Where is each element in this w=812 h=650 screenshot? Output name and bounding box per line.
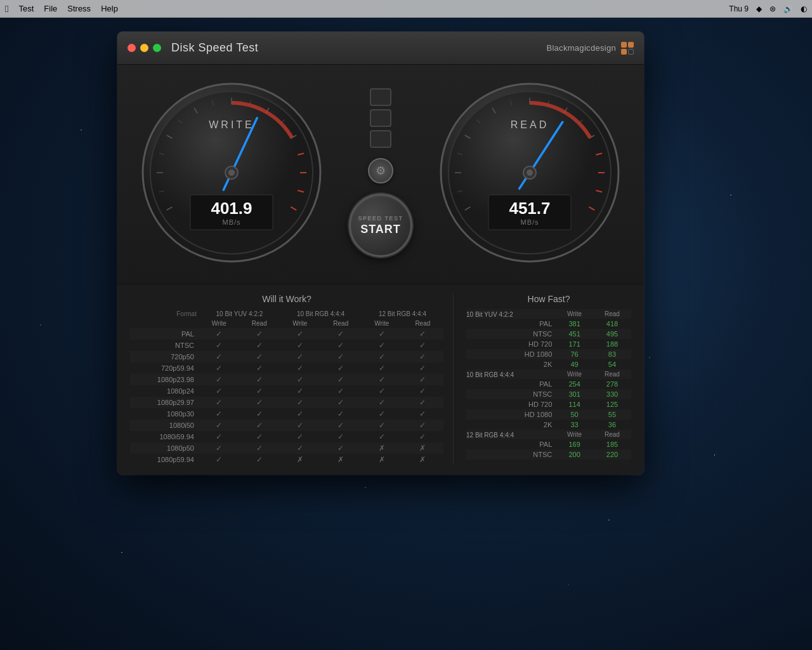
fast-write-value: 33 (556, 420, 593, 430)
svg-text:451.7: 451.7 (509, 199, 550, 218)
brand-logo: Blackmagicdesign (546, 42, 634, 55)
check-cell: ✓ (239, 408, 280, 420)
fast-write-value: 254 (556, 379, 593, 389)
check-cell: ✓ (402, 340, 443, 351)
fast-write-value: 171 (556, 339, 593, 349)
check-cell: ✓ (199, 328, 239, 340)
start-button-top-label: SPEED TEST (358, 215, 403, 222)
check-cell: ✓ (320, 397, 362, 408)
fast-write-value: 381 (556, 319, 593, 329)
read-gauge: READ 451.7 MB/s (435, 77, 625, 268)
check-cell: ✓ (199, 454, 239, 465)
menubar-help[interactable]: Help (101, 4, 118, 13)
check-cell: ✓ (280, 397, 320, 408)
check-cell: ✓ (320, 385, 362, 397)
menubar-stress[interactable]: Stress (67, 4, 91, 13)
fast-write-value: 200 (556, 449, 593, 460)
check-cell: ✓ (362, 351, 402, 362)
check-cell: ✓ (402, 351, 443, 362)
fast-data-row: HD 1080 50 55 (466, 409, 631, 420)
check-cell: ✓ (280, 362, 320, 374)
fast-group-header: 10 Bit YUV 4:2:2 Write Read (466, 309, 631, 319)
maximize-button[interactable] (153, 44, 161, 52)
check-cell: ✓ (239, 420, 280, 431)
table-row: 1080i50✓✓✓✓✓✓ (130, 420, 443, 431)
check-cell: ✓ (199, 442, 239, 454)
fast-row-label: HD 720 (466, 339, 556, 349)
fast-read-value: 418 (593, 319, 631, 329)
format-box-1[interactable] (370, 88, 391, 106)
check-cell: ✓ (402, 420, 443, 431)
fast-data-row: PAL 381 418 (466, 319, 631, 329)
how-fast-table: 10 Bit YUV 4:2:2 Write Read PAL 381 418 … (466, 309, 631, 460)
check-cell: ✓ (362, 420, 402, 431)
check-cell: ✓ (280, 442, 320, 454)
center-panel: ⚙ SPEED TEST START (349, 88, 412, 257)
fast-read-value: 185 (593, 439, 631, 449)
check-cell: ✓ (402, 362, 443, 374)
fast-data-row: NTSC 451 495 (466, 329, 631, 339)
format-name: 1080i59.94 (130, 431, 199, 442)
read-gauge-svg: READ 451.7 MB/s (435, 77, 625, 268)
check-cell: ✓ (362, 340, 402, 351)
fast-data-row: PAL 169 185 (466, 439, 631, 449)
check-cell: ✓ (320, 408, 362, 420)
menubar-file[interactable]: File (44, 4, 57, 13)
brand-icon (621, 42, 634, 55)
format-box-3[interactable] (370, 130, 391, 148)
check-cell: ✓ (280, 374, 320, 385)
check-cell: ✓ (280, 328, 320, 340)
menubar:  Test File Stress Help Thu 9 ◆ ⊛ 🔊 ◐ (0, 0, 812, 18)
check-cell: ✓ (320, 442, 362, 454)
fast-row-label: HD 720 (466, 399, 556, 409)
fast-read-value: 220 (593, 449, 631, 460)
apple-menu[interactable]:  (5, 3, 8, 14)
format-box-2[interactable] (370, 109, 391, 127)
fast-row-label: 2K (466, 359, 556, 369)
check-cell: ✓ (199, 431, 239, 442)
fast-row-label: NTSC (466, 449, 556, 460)
brand-dot-4 (628, 49, 634, 55)
format-name: 1080p30 (130, 408, 199, 420)
col-read-header: Read (593, 430, 631, 439)
format-name: 1080p24 (130, 385, 199, 397)
table-row: 720p50✓✓✓✓✓✓ (130, 351, 443, 362)
check-cell: ✓ (280, 340, 320, 351)
check-cell: ✓ (402, 374, 443, 385)
fast-read-value: 278 (593, 379, 631, 389)
check-cell: ✓ (362, 362, 402, 374)
format-name: 1080p59.94 (130, 454, 199, 465)
table-row: 1080p23.98✓✓✓✓✓✓ (130, 374, 443, 385)
fast-row-label: PAL (466, 379, 556, 389)
settings-gear-button[interactable]: ⚙ (368, 158, 393, 183)
speed-test-start-button[interactable]: SPEED TEST START (349, 194, 412, 257)
check-cell: ✓ (362, 385, 402, 397)
fast-row-label: HD 1080 (466, 349, 556, 359)
menubar-test[interactable]: Test (18, 4, 34, 13)
fast-group-header: 10 Bit RGB 4:4:4 Write Read (466, 369, 631, 379)
col-12rgb-read: Read (402, 319, 443, 328)
fast-read-value: 54 (593, 359, 631, 369)
check-cell: ✓ (239, 397, 280, 408)
will-it-work-title: Will it Work? (130, 294, 443, 304)
check-cell: ✓ (402, 397, 443, 408)
data-section: Will it Work? Format 10 Bit YUV 4:2:2 10… (117, 284, 644, 475)
menubar-left:  Test File Stress Help (5, 3, 118, 14)
close-button[interactable] (128, 44, 136, 52)
check-cell: ✓ (280, 408, 320, 420)
fast-row-label: HD 1080 (466, 409, 556, 420)
fast-data-row: NTSC 301 330 (466, 389, 631, 399)
video-format-boxes (370, 88, 391, 148)
col-write-header: Write (556, 430, 593, 439)
format-name: 1080p29.97 (130, 397, 199, 408)
minimize-button[interactable] (140, 44, 148, 52)
check-cell: ✓ (402, 408, 443, 420)
fast-row-label: PAL (466, 439, 556, 449)
col-12rgb-write: Write (362, 319, 402, 328)
check-cell: ✓ (239, 442, 280, 454)
gauges-section: WRITE 401.9 MB/s ⚙ SPEED TEST START (117, 65, 644, 284)
fast-data-row: NTSC 200 220 (466, 449, 631, 460)
col-yuv-read: Read (239, 319, 280, 328)
fast-read-value: 330 (593, 389, 631, 399)
check-cell: ✓ (362, 328, 402, 340)
